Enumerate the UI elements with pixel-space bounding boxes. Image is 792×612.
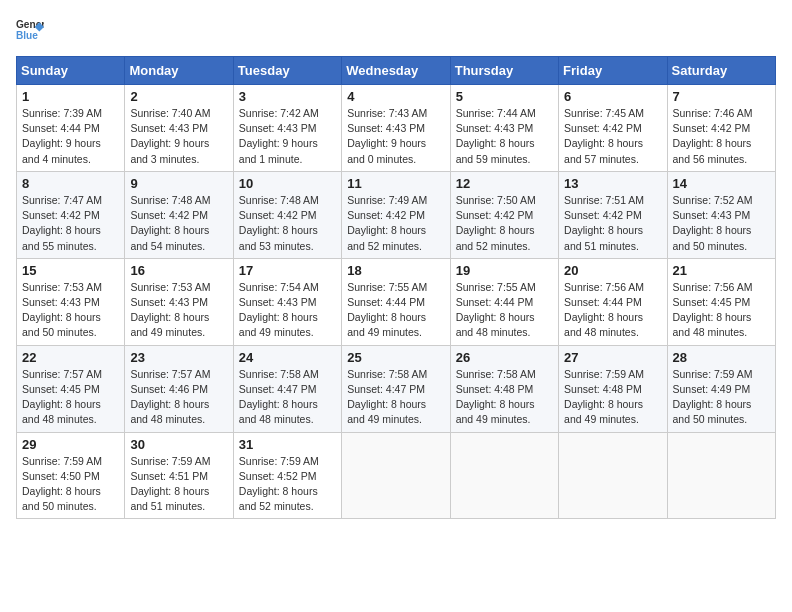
day-number: 4 [347, 89, 444, 104]
day-detail: Sunrise: 7:59 AMSunset: 4:49 PMDaylight:… [673, 367, 770, 428]
calendar-cell: 24 Sunrise: 7:58 AMSunset: 4:47 PMDaylig… [233, 345, 341, 432]
calendar-cell: 1 Sunrise: 7:39 AMSunset: 4:44 PMDayligh… [17, 85, 125, 172]
day-number: 10 [239, 176, 336, 191]
day-number: 26 [456, 350, 553, 365]
day-number: 7 [673, 89, 770, 104]
calendar-cell: 10 Sunrise: 7:48 AMSunset: 4:42 PMDaylig… [233, 171, 341, 258]
day-number: 6 [564, 89, 661, 104]
calendar-cell: 15 Sunrise: 7:53 AMSunset: 4:43 PMDaylig… [17, 258, 125, 345]
day-detail: Sunrise: 7:44 AMSunset: 4:43 PMDaylight:… [456, 106, 553, 167]
calendar-table: SundayMondayTuesdayWednesdayThursdayFrid… [16, 56, 776, 519]
day-number: 19 [456, 263, 553, 278]
day-number: 2 [130, 89, 227, 104]
day-detail: Sunrise: 7:39 AMSunset: 4:44 PMDaylight:… [22, 106, 119, 167]
calendar-cell: 4 Sunrise: 7:43 AMSunset: 4:43 PMDayligh… [342, 85, 450, 172]
weekday-header-saturday: Saturday [667, 57, 775, 85]
day-detail: Sunrise: 7:56 AMSunset: 4:45 PMDaylight:… [673, 280, 770, 341]
calendar-cell: 28 Sunrise: 7:59 AMSunset: 4:49 PMDaylig… [667, 345, 775, 432]
day-detail: Sunrise: 7:42 AMSunset: 4:43 PMDaylight:… [239, 106, 336, 167]
weekday-header-sunday: Sunday [17, 57, 125, 85]
calendar-cell: 23 Sunrise: 7:57 AMSunset: 4:46 PMDaylig… [125, 345, 233, 432]
calendar-cell: 9 Sunrise: 7:48 AMSunset: 4:42 PMDayligh… [125, 171, 233, 258]
calendar-cell: 18 Sunrise: 7:55 AMSunset: 4:44 PMDaylig… [342, 258, 450, 345]
day-number: 27 [564, 350, 661, 365]
day-detail: Sunrise: 7:57 AMSunset: 4:45 PMDaylight:… [22, 367, 119, 428]
day-number: 17 [239, 263, 336, 278]
weekday-header-friday: Friday [559, 57, 667, 85]
day-number: 5 [456, 89, 553, 104]
calendar-cell: 30 Sunrise: 7:59 AMSunset: 4:51 PMDaylig… [125, 432, 233, 519]
day-detail: Sunrise: 7:57 AMSunset: 4:46 PMDaylight:… [130, 367, 227, 428]
day-detail: Sunrise: 7:48 AMSunset: 4:42 PMDaylight:… [130, 193, 227, 254]
day-detail: Sunrise: 7:52 AMSunset: 4:43 PMDaylight:… [673, 193, 770, 254]
day-number: 25 [347, 350, 444, 365]
logo-icon: General Blue [16, 16, 44, 44]
weekday-header-wednesday: Wednesday [342, 57, 450, 85]
calendar-cell: 13 Sunrise: 7:51 AMSunset: 4:42 PMDaylig… [559, 171, 667, 258]
calendar-cell: 19 Sunrise: 7:55 AMSunset: 4:44 PMDaylig… [450, 258, 558, 345]
calendar-cell: 16 Sunrise: 7:53 AMSunset: 4:43 PMDaylig… [125, 258, 233, 345]
calendar-cell: 29 Sunrise: 7:59 AMSunset: 4:50 PMDaylig… [17, 432, 125, 519]
day-detail: Sunrise: 7:48 AMSunset: 4:42 PMDaylight:… [239, 193, 336, 254]
day-number: 21 [673, 263, 770, 278]
calendar-cell: 25 Sunrise: 7:58 AMSunset: 4:47 PMDaylig… [342, 345, 450, 432]
day-number: 1 [22, 89, 119, 104]
day-detail: Sunrise: 7:58 AMSunset: 4:47 PMDaylight:… [347, 367, 444, 428]
logo: General Blue [16, 16, 44, 44]
calendar-cell: 12 Sunrise: 7:50 AMSunset: 4:42 PMDaylig… [450, 171, 558, 258]
calendar-cell: 14 Sunrise: 7:52 AMSunset: 4:43 PMDaylig… [667, 171, 775, 258]
day-number: 30 [130, 437, 227, 452]
day-detail: Sunrise: 7:59 AMSunset: 4:51 PMDaylight:… [130, 454, 227, 515]
weekday-header-tuesday: Tuesday [233, 57, 341, 85]
weekday-header-monday: Monday [125, 57, 233, 85]
day-number: 20 [564, 263, 661, 278]
day-detail: Sunrise: 7:53 AMSunset: 4:43 PMDaylight:… [130, 280, 227, 341]
day-detail: Sunrise: 7:50 AMSunset: 4:42 PMDaylight:… [456, 193, 553, 254]
day-detail: Sunrise: 7:59 AMSunset: 4:48 PMDaylight:… [564, 367, 661, 428]
day-detail: Sunrise: 7:49 AMSunset: 4:42 PMDaylight:… [347, 193, 444, 254]
calendar-cell: 26 Sunrise: 7:58 AMSunset: 4:48 PMDaylig… [450, 345, 558, 432]
calendar-cell: 20 Sunrise: 7:56 AMSunset: 4:44 PMDaylig… [559, 258, 667, 345]
day-detail: Sunrise: 7:53 AMSunset: 4:43 PMDaylight:… [22, 280, 119, 341]
day-number: 24 [239, 350, 336, 365]
day-detail: Sunrise: 7:40 AMSunset: 4:43 PMDaylight:… [130, 106, 227, 167]
day-detail: Sunrise: 7:46 AMSunset: 4:42 PMDaylight:… [673, 106, 770, 167]
day-detail: Sunrise: 7:55 AMSunset: 4:44 PMDaylight:… [456, 280, 553, 341]
day-number: 3 [239, 89, 336, 104]
day-detail: Sunrise: 7:59 AMSunset: 4:50 PMDaylight:… [22, 454, 119, 515]
calendar-cell: 2 Sunrise: 7:40 AMSunset: 4:43 PMDayligh… [125, 85, 233, 172]
weekday-header-thursday: Thursday [450, 57, 558, 85]
day-number: 9 [130, 176, 227, 191]
day-number: 11 [347, 176, 444, 191]
day-detail: Sunrise: 7:58 AMSunset: 4:47 PMDaylight:… [239, 367, 336, 428]
calendar-cell: 17 Sunrise: 7:54 AMSunset: 4:43 PMDaylig… [233, 258, 341, 345]
day-number: 23 [130, 350, 227, 365]
day-detail: Sunrise: 7:43 AMSunset: 4:43 PMDaylight:… [347, 106, 444, 167]
day-detail: Sunrise: 7:51 AMSunset: 4:42 PMDaylight:… [564, 193, 661, 254]
day-detail: Sunrise: 7:54 AMSunset: 4:43 PMDaylight:… [239, 280, 336, 341]
calendar-cell [559, 432, 667, 519]
day-number: 22 [22, 350, 119, 365]
day-number: 8 [22, 176, 119, 191]
calendar-cell: 31 Sunrise: 7:59 AMSunset: 4:52 PMDaylig… [233, 432, 341, 519]
day-number: 13 [564, 176, 661, 191]
calendar-cell: 6 Sunrise: 7:45 AMSunset: 4:42 PMDayligh… [559, 85, 667, 172]
day-detail: Sunrise: 7:59 AMSunset: 4:52 PMDaylight:… [239, 454, 336, 515]
day-number: 18 [347, 263, 444, 278]
day-number: 14 [673, 176, 770, 191]
calendar-cell: 11 Sunrise: 7:49 AMSunset: 4:42 PMDaylig… [342, 171, 450, 258]
page-header: General Blue [16, 16, 776, 44]
day-detail: Sunrise: 7:47 AMSunset: 4:42 PMDaylight:… [22, 193, 119, 254]
calendar-cell [667, 432, 775, 519]
day-detail: Sunrise: 7:58 AMSunset: 4:48 PMDaylight:… [456, 367, 553, 428]
calendar-cell [342, 432, 450, 519]
day-detail: Sunrise: 7:55 AMSunset: 4:44 PMDaylight:… [347, 280, 444, 341]
day-number: 29 [22, 437, 119, 452]
calendar-cell: 8 Sunrise: 7:47 AMSunset: 4:42 PMDayligh… [17, 171, 125, 258]
calendar-cell: 3 Sunrise: 7:42 AMSunset: 4:43 PMDayligh… [233, 85, 341, 172]
calendar-cell [450, 432, 558, 519]
day-number: 28 [673, 350, 770, 365]
day-number: 12 [456, 176, 553, 191]
calendar-cell: 21 Sunrise: 7:56 AMSunset: 4:45 PMDaylig… [667, 258, 775, 345]
svg-text:Blue: Blue [16, 30, 38, 41]
